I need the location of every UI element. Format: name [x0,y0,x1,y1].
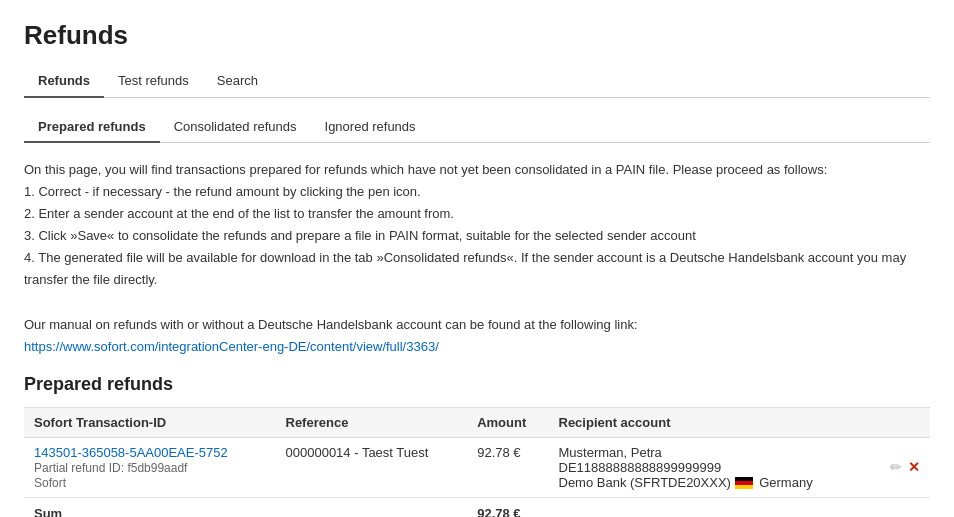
transaction-id-link[interactable]: 143501-365058-5AA00EAE-5752 [34,445,266,460]
cell-actions: ✏ ✕ [871,437,930,497]
cell-recipient: Musterman, Petra DE11888888888899999999 … [549,437,872,497]
info-step-4: 4. The generated file will be available … [24,247,930,291]
source-label: Sofort [34,476,66,490]
col-recipient: Recipient account [549,407,872,437]
subtab-consolidated[interactable]: Consolidated refunds [160,112,311,143]
sum-empty-ref [276,497,468,517]
prepared-refunds-title: Prepared refunds [24,374,930,395]
sum-amount: 92.78 € [467,497,548,517]
sum-empty-recipient [549,497,872,517]
info-step-2: 2. Enter a sender account at the end of … [24,203,930,225]
subtab-prepared[interactable]: Prepared refunds [24,112,160,143]
manual-link[interactable]: https://www.sofort.com/integrationCenter… [24,339,439,354]
col-transaction-id: Sofort Transaction-ID [24,407,276,437]
prepared-refunds-section: Prepared refunds Sofort Transaction-ID R… [24,374,930,517]
cell-amount: 92.78 € [467,437,548,497]
refunds-table: Sofort Transaction-ID Reference Amount R… [24,407,930,517]
tab-refunds[interactable]: Refunds [24,65,104,98]
sum-empty-actions [871,497,930,517]
sum-label: Sum [24,497,276,517]
cell-transaction-id: 143501-365058-5AA00EAE-5752 Partial refu… [24,437,276,497]
info-step-1: 1. Correct - if necessary - the refund a… [24,181,930,203]
cell-reference: 000000014 - Taest Tuest [276,437,468,497]
col-amount: Amount [467,407,548,437]
partial-refund-id: Partial refund ID: f5db99aadf [34,461,187,475]
recipient-name: Musterman, Petra [559,445,662,460]
info-manual-text: Our manual on refunds with or without a … [24,314,930,336]
subtab-ignored[interactable]: Ignored refunds [311,112,430,143]
info-intro: On this page, you will find transactions… [24,159,930,181]
tab-search[interactable]: Search [203,65,272,98]
tab-test-refunds[interactable]: Test refunds [104,65,203,98]
col-actions [871,407,930,437]
recipient-country: Germany [759,475,812,490]
sub-tabs: Prepared refunds Consolidated refunds Ig… [24,112,930,143]
delete-icon[interactable]: ✕ [908,459,920,475]
action-icons: ✏ ✕ [881,459,920,475]
main-tabs: Refunds Test refunds Search [24,65,930,98]
edit-icon[interactable]: ✏ [890,459,902,475]
sum-row: Sum 92.78 € [24,497,930,517]
table-row: 143501-365058-5AA00EAE-5752 Partial refu… [24,437,930,497]
table-header-row: Sofort Transaction-ID Reference Amount R… [24,407,930,437]
info-step-3: 3. Click »Save« to consolidate the refun… [24,225,930,247]
recipient-iban: DE11888888888899999999 [559,460,722,475]
flag-de-icon [735,477,753,489]
info-block: On this page, you will find transactions… [24,159,930,358]
col-reference: Reference [276,407,468,437]
page-title: Refunds [24,20,930,51]
recipient-bank: Demo Bank (SFRTDE20XXX) [559,475,731,490]
